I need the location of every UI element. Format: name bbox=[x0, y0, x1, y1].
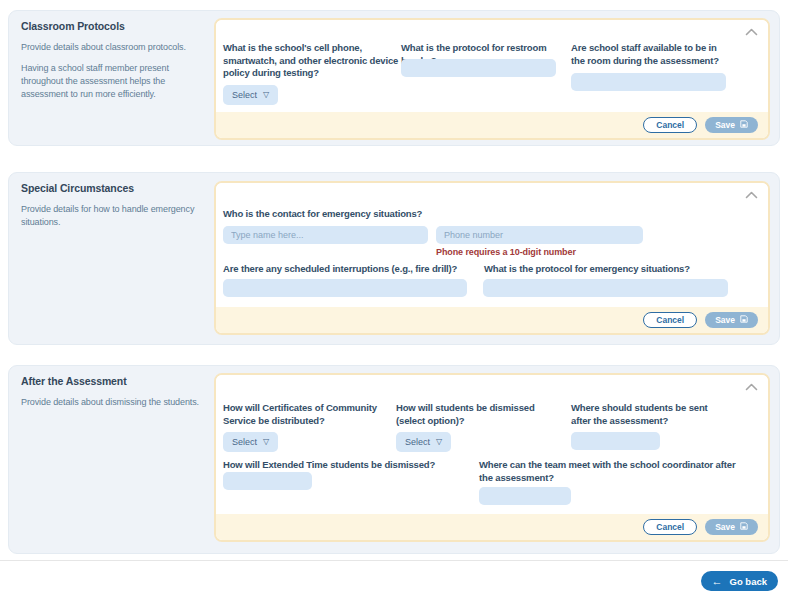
interruptions-question-label: Are there any scheduled interruptions (e… bbox=[223, 263, 473, 276]
select-value: Select bbox=[232, 90, 257, 100]
go-back-button[interactable]: ← Go back bbox=[701, 571, 779, 591]
select-value: Select bbox=[232, 437, 257, 447]
section-title: Classroom Protocols bbox=[21, 20, 207, 32]
save-button[interactable]: Save bbox=[705, 117, 758, 133]
special-circumstances-form-body: Who is the contact for emergency situati… bbox=[216, 183, 768, 307]
save-button[interactable]: Save bbox=[705, 519, 758, 535]
certificates-select[interactable]: Select ▽ bbox=[223, 432, 278, 452]
team-meet-question-label: Where can the team meet with the school … bbox=[479, 459, 737, 484]
collapse-panel-button[interactable] bbox=[744, 189, 758, 199]
chevron-up-icon bbox=[745, 377, 758, 395]
chevron-down-icon: ▽ bbox=[263, 91, 269, 99]
emergency-contact-name-input[interactable] bbox=[223, 226, 428, 244]
special-circumstances-info: Special Circumstances Provide details fo… bbox=[21, 182, 207, 237]
go-back-button-label: Go back bbox=[730, 576, 768, 587]
sent-after-input[interactable] bbox=[571, 432, 660, 450]
classroom-protocols-form-footer: Cancel Save bbox=[216, 112, 768, 138]
emergency-contact-question-label: Who is the contact for emergency situati… bbox=[223, 208, 543, 221]
save-button-label: Save bbox=[715, 522, 735, 532]
cancel-button[interactable]: Cancel bbox=[643, 519, 697, 535]
emergency-protocol-input[interactable] bbox=[483, 279, 728, 297]
chevron-down-icon: ▽ bbox=[436, 438, 442, 446]
section-classroom-protocols: Classroom Protocols Provide details abou… bbox=[8, 10, 780, 146]
save-button-label: Save bbox=[715, 120, 735, 130]
bottom-divider bbox=[0, 560, 788, 561]
cancel-button-label: Cancel bbox=[656, 315, 684, 325]
after-assessment-form-footer: Cancel Save bbox=[216, 514, 768, 540]
section-title: After the Assessment bbox=[21, 375, 207, 387]
emergency-protocol-question-label: What is the protocol for emergency situa… bbox=[484, 263, 734, 276]
section-description: Provide details about classroom protocol… bbox=[21, 41, 207, 54]
interruptions-input[interactable] bbox=[223, 279, 467, 297]
special-circumstances-form-footer: Cancel Save bbox=[216, 307, 768, 333]
save-icon bbox=[740, 120, 748, 130]
team-meet-input[interactable] bbox=[479, 487, 571, 505]
chevron-up-icon bbox=[745, 185, 758, 203]
dismissal-question-label: How will students be dismissed (select o… bbox=[396, 402, 554, 427]
cancel-button-label: Cancel bbox=[656, 120, 684, 130]
cancel-button-label: Cancel bbox=[656, 522, 684, 532]
select-value: Select bbox=[405, 437, 430, 447]
back-arrow-icon: ← bbox=[712, 576, 723, 587]
section-description: Provide details for how to handle emerge… bbox=[21, 203, 207, 229]
save-button[interactable]: Save bbox=[705, 312, 758, 328]
section-description: Provide details about dismissing the stu… bbox=[21, 396, 207, 409]
classroom-protocols-info: Classroom Protocols Provide details abou… bbox=[21, 20, 207, 109]
save-button-label: Save bbox=[715, 315, 735, 325]
device-policy-question-label: What is the school's cell phone, smartwa… bbox=[223, 42, 399, 80]
section-after-assessment: After the Assessment Provide details abo… bbox=[8, 365, 780, 554]
page: Classroom Protocols Provide details abou… bbox=[0, 0, 788, 598]
extended-time-question-label: How will Extended Time students be dismi… bbox=[223, 459, 473, 472]
section-title: Special Circumstances bbox=[21, 182, 207, 194]
after-assessment-info: After the Assessment Provide details abo… bbox=[21, 375, 207, 417]
save-icon bbox=[740, 522, 748, 532]
device-policy-select[interactable]: Select ▽ bbox=[223, 85, 278, 105]
certificates-question-label: How will Certificates of Community Servi… bbox=[223, 402, 399, 427]
dismissal-select[interactable]: Select ▽ bbox=[396, 432, 451, 452]
classroom-protocols-form-body: What is the school's cell phone, smartwa… bbox=[216, 20, 768, 112]
staff-available-input[interactable] bbox=[571, 73, 726, 91]
phone-error-message: Phone requires a 10-digit number bbox=[436, 247, 576, 257]
collapse-panel-button[interactable] bbox=[744, 26, 758, 36]
chevron-up-icon bbox=[745, 22, 758, 40]
section-description: Having a school staff member present thr… bbox=[21, 62, 207, 101]
collapse-panel-button[interactable] bbox=[744, 381, 758, 391]
section-special-circumstances: Special Circumstances Provide details fo… bbox=[8, 172, 780, 345]
emergency-contact-phone-input[interactable] bbox=[436, 226, 643, 244]
sent-after-question-label: Where should students be sent after the … bbox=[571, 402, 729, 427]
classroom-protocols-form: What is the school's cell phone, smartwa… bbox=[214, 18, 770, 140]
save-icon bbox=[740, 315, 748, 325]
after-assessment-form: How will Certificates of Community Servi… bbox=[214, 373, 770, 542]
extended-time-input[interactable] bbox=[223, 472, 312, 490]
chevron-down-icon: ▽ bbox=[263, 438, 269, 446]
after-assessment-form-body: How will Certificates of Community Servi… bbox=[216, 375, 768, 514]
cancel-button[interactable]: Cancel bbox=[643, 312, 697, 328]
cancel-button[interactable]: Cancel bbox=[643, 117, 697, 133]
restroom-breaks-input[interactable] bbox=[401, 59, 556, 77]
special-circumstances-form: Who is the contact for emergency situati… bbox=[214, 181, 770, 335]
staff-available-question-label: Are school staff available to be in the … bbox=[571, 42, 729, 67]
